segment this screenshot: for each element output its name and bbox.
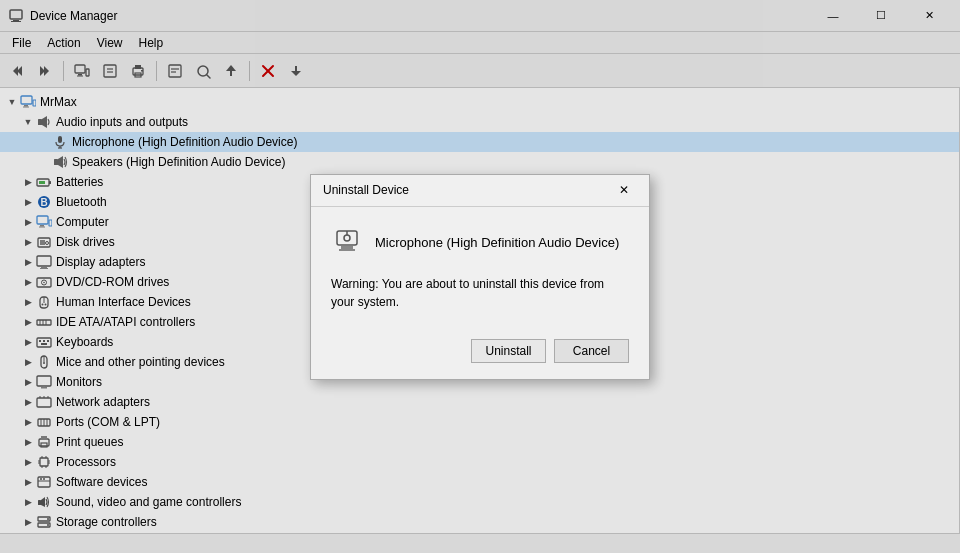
dialog-buttons: Uninstall Cancel — [331, 331, 629, 367]
dialog-device-row: Microphone (High Definition Audio Device… — [331, 227, 629, 259]
dialog-uninstall-button[interactable]: Uninstall — [471, 339, 546, 363]
svg-rect-118 — [341, 246, 353, 249]
dialog-warning-text: Warning: You are about to uninstall this… — [331, 275, 629, 311]
dialog-body: Microphone (High Definition Audio Device… — [311, 207, 649, 379]
dialog-close-button[interactable]: ✕ — [611, 179, 637, 201]
dialog-title-bar: Uninstall Device ✕ — [311, 175, 649, 207]
uninstall-dialog: Uninstall Device ✕ Microphone (High Defi… — [310, 174, 650, 380]
dialog-device-name: Microphone (High Definition Audio Device… — [375, 235, 619, 250]
dialog-device-icon — [331, 227, 363, 259]
svg-rect-119 — [339, 249, 355, 251]
dialog-overlay: Uninstall Device ✕ Microphone (High Defi… — [0, 0, 960, 553]
dialog-title: Uninstall Device — [323, 183, 611, 197]
dialog-cancel-button[interactable]: Cancel — [554, 339, 629, 363]
svg-point-120 — [344, 235, 350, 241]
